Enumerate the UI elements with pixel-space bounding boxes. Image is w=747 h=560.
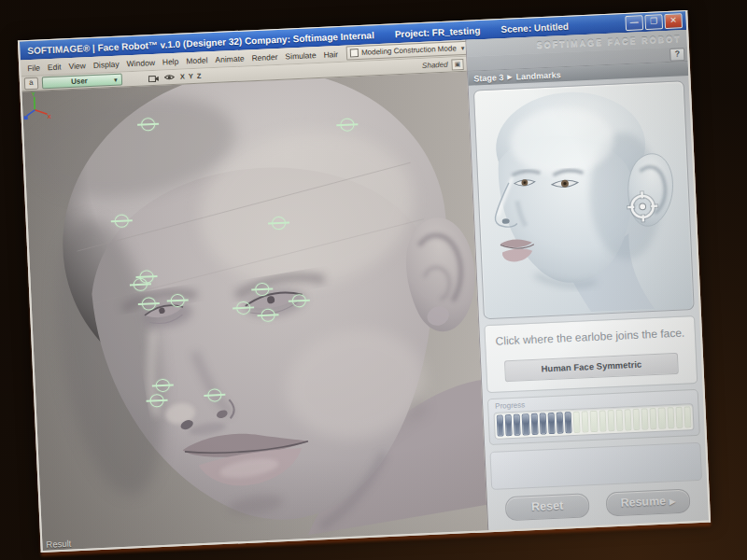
landmark-marker[interactable] xyxy=(272,217,287,231)
progress-segment xyxy=(505,414,513,436)
landmark-marker[interactable] xyxy=(207,388,222,402)
menu-simulate[interactable]: Simulate xyxy=(281,49,319,61)
resume-arrow-icon: ▶ xyxy=(669,497,675,506)
reference-head-image[interactable] xyxy=(473,80,695,319)
progress-segment xyxy=(539,413,546,435)
axis-x-button[interactable]: X xyxy=(180,72,185,80)
landmark-marker[interactable] xyxy=(134,278,148,292)
stage-arrow-icon: ▶ xyxy=(507,73,513,80)
progress-box: Progress xyxy=(487,389,700,445)
minimize-button[interactable]: — xyxy=(625,15,643,31)
svg-text:Y: Y xyxy=(31,91,35,97)
landmark-marker[interactable] xyxy=(236,301,251,315)
face-robot-panel: SOFTIMAGE FACE ROBOT ? Stage 3 ▶ Landmar… xyxy=(465,30,709,530)
progress-segment xyxy=(615,410,623,431)
progress-segment xyxy=(556,413,563,434)
menu-window[interactable]: Window xyxy=(122,57,159,68)
progress-segment xyxy=(650,408,657,429)
landmark-marker[interactable] xyxy=(141,118,156,132)
progress-segment xyxy=(514,414,521,436)
progress-segment xyxy=(607,410,614,431)
landmark-marker[interactable] xyxy=(261,308,275,322)
project-label: Project: FR_testing xyxy=(394,25,480,39)
camera-selector-label: User xyxy=(46,76,113,87)
landmark-layer xyxy=(21,72,487,551)
progress-segment xyxy=(547,413,555,434)
menu-animate[interactable]: Animate xyxy=(211,53,248,64)
progress-segment xyxy=(684,407,691,428)
camera-icon[interactable] xyxy=(148,74,159,82)
reset-button[interactable]: Reset xyxy=(505,493,590,521)
camera-selector-dropdown[interactable]: User ▼ xyxy=(42,74,123,90)
viewport-maximize-icon[interactable]: ▣ xyxy=(451,58,464,70)
menu-edit[interactable]: Edit xyxy=(44,62,65,72)
landmark-marker[interactable] xyxy=(292,294,307,308)
landmark-marker[interactable] xyxy=(149,394,164,408)
help-button[interactable]: ? xyxy=(669,48,685,62)
scene-label: Scene: Untitled xyxy=(500,21,569,34)
menu-file[interactable]: File xyxy=(23,63,44,73)
axis-y-button[interactable]: Y xyxy=(189,72,193,80)
landmark-marker[interactable] xyxy=(255,283,270,297)
progress-segment xyxy=(641,409,649,430)
stage-name: Landmarks xyxy=(515,70,560,81)
menu-hair[interactable]: Hair xyxy=(319,49,342,59)
progress-segment xyxy=(497,415,504,437)
progress-segment xyxy=(590,411,598,432)
close-button[interactable]: ✕ xyxy=(664,13,683,29)
projected-application-window: SOFTIMAGE® | Face Robot™ v.1.0 (Designer… xyxy=(18,10,711,553)
progress-segment xyxy=(522,414,529,436)
axis-gizmo-icon: Y X xyxy=(21,91,50,119)
progress-segment xyxy=(530,413,538,435)
restore-button[interactable]: ❐ xyxy=(644,14,663,30)
landmark-marker[interactable] xyxy=(156,379,171,393)
menu-view[interactable]: View xyxy=(64,61,90,71)
menu-help[interactable]: Help xyxy=(159,56,183,66)
progress-segment xyxy=(573,412,581,433)
landmark-marker[interactable] xyxy=(170,294,185,308)
construction-mode-label: Modeling Construction Mode xyxy=(361,44,457,57)
instruction-box: Click where the earlobe joins the face. … xyxy=(484,315,698,394)
landmark-marker[interactable] xyxy=(142,297,157,311)
display-mode-dropdown[interactable]: Shaded xyxy=(422,61,448,70)
progress-segment xyxy=(582,412,589,433)
resume-button[interactable]: Resume ▶ xyxy=(606,488,691,516)
progress-segment xyxy=(667,408,674,429)
chevron-down-icon: ▼ xyxy=(113,77,119,82)
reference-head-render xyxy=(474,81,695,316)
preset-button[interactable]: Human Face Symmetric xyxy=(505,353,679,382)
landmark-marker[interactable] xyxy=(114,214,129,228)
viewport-letter-button[interactable]: a xyxy=(24,77,39,91)
menu-model[interactable]: Model xyxy=(182,55,212,65)
viewport-3d[interactable]: Y X Result xyxy=(21,72,487,551)
menu-display[interactable]: Display xyxy=(90,59,123,70)
stage-label: Stage 3 xyxy=(473,73,503,83)
progress-segment xyxy=(633,409,641,430)
instruction-text: Click where the earlobe joins the face. xyxy=(493,325,688,350)
progress-segment xyxy=(675,407,683,428)
progress-segment xyxy=(599,411,606,432)
menu-render[interactable]: Render xyxy=(247,51,281,63)
eye-icon[interactable] xyxy=(164,73,175,81)
progress-segment xyxy=(565,412,572,433)
progress-segment xyxy=(658,408,666,429)
progress-segment xyxy=(624,410,631,431)
axis-z-button[interactable]: Z xyxy=(197,72,202,80)
landmark-marker[interactable] xyxy=(340,118,355,132)
panel-empty-area xyxy=(489,442,702,490)
construction-mode-icon xyxy=(350,49,359,57)
status-label: Result xyxy=(46,539,71,550)
